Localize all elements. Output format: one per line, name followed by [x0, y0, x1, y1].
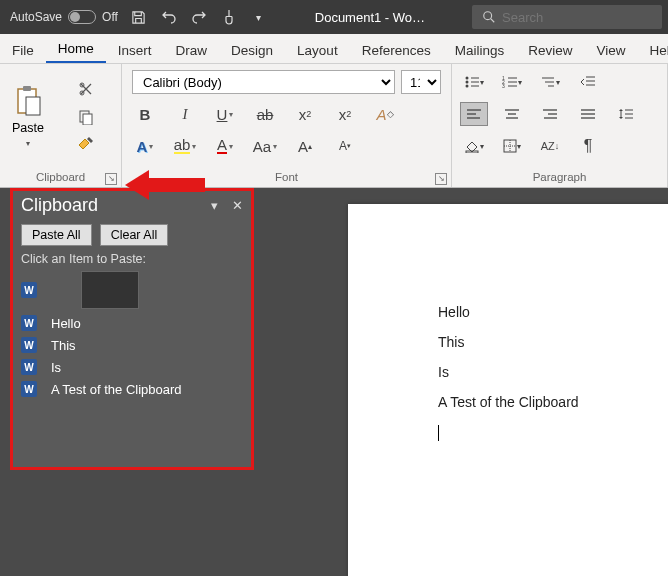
annotation-arrow: [125, 170, 205, 198]
clipboard-launcher[interactable]: ↘: [105, 173, 117, 185]
grow-font-button[interactable]: A▴: [292, 134, 318, 158]
ribbon-tabs: File Home Insert Draw Design Layout Refe…: [0, 34, 668, 64]
align-center-button[interactable]: [498, 102, 526, 126]
autosave-state: Off: [102, 10, 118, 24]
font-color-button[interactable]: A▾: [212, 134, 238, 158]
customize-qat-icon[interactable]: ▾: [250, 8, 268, 26]
document-line: Is: [438, 364, 668, 380]
svg-line-1: [491, 19, 495, 23]
group-clipboard: Paste ▾ Clipboard ↘: [0, 64, 122, 187]
autosave-label: AutoSave: [10, 10, 62, 24]
borders-button[interactable]: ▾: [498, 134, 526, 158]
subscript-button[interactable]: x2: [292, 102, 318, 126]
underline-button[interactable]: U▾: [212, 102, 238, 126]
italic-button[interactable]: I: [172, 102, 198, 126]
bullets-button[interactable]: ▾: [460, 70, 488, 94]
svg-text:3: 3: [502, 83, 505, 89]
align-right-button[interactable]: [536, 102, 564, 126]
format-painter-button[interactable]: [75, 134, 97, 156]
paintbrush-icon: [77, 137, 95, 153]
align-left-icon: [466, 108, 482, 120]
shading-button[interactable]: ▾: [460, 134, 488, 158]
clipboard-item-text: A Test of the Clipboard: [51, 382, 182, 397]
bold-button[interactable]: B: [132, 102, 158, 126]
shrink-font-button[interactable]: A▾: [332, 134, 358, 158]
strikethrough-button[interactable]: ab: [252, 102, 278, 126]
tab-references[interactable]: References: [350, 37, 443, 63]
touch-mode-icon[interactable]: [220, 8, 238, 26]
paste-label: Paste: [12, 121, 44, 135]
align-right-icon: [542, 108, 558, 120]
font-size-select[interactable]: 11: [401, 70, 441, 94]
workspace: Clipboard ▾ ✕ Paste All Clear All Click …: [0, 188, 668, 576]
numbering-icon: 123: [502, 75, 518, 89]
paste-all-button[interactable]: Paste All: [21, 224, 92, 246]
paste-button[interactable]: Paste ▾: [4, 68, 52, 165]
clipboard-item[interactable]: W: [13, 268, 251, 312]
pane-close-icon[interactable]: ✕: [232, 198, 243, 213]
clipboard-item[interactable]: W This: [13, 334, 251, 356]
clear-all-button[interactable]: Clear All: [100, 224, 169, 246]
group-paragraph: ▾ 123▾ ▾ ▾ ▾ AZ↓ ¶ Paragraph: [452, 64, 668, 187]
tab-mailings[interactable]: Mailings: [443, 37, 517, 63]
clipboard-item-text: Is: [51, 360, 61, 375]
word-doc-icon: W: [21, 359, 37, 375]
clipboard-pane: Clipboard ▾ ✕ Paste All Clear All Click …: [10, 188, 254, 470]
redo-icon[interactable]: [190, 8, 208, 26]
numbering-button[interactable]: 123▾: [498, 70, 526, 94]
copy-button[interactable]: [75, 106, 97, 128]
autosave-toggle[interactable]: AutoSave Off: [10, 10, 118, 24]
toggle-switch-icon[interactable]: [68, 10, 96, 24]
quick-access-toolbar: AutoSave Off ▾: [0, 8, 268, 26]
tab-draw[interactable]: Draw: [164, 37, 220, 63]
multilevel-icon: [540, 75, 556, 89]
cut-button[interactable]: [75, 78, 97, 100]
tab-home[interactable]: Home: [46, 35, 106, 63]
line-spacing-button[interactable]: [612, 102, 640, 126]
tab-help[interactable]: Help: [638, 37, 668, 63]
document-page[interactable]: Hello This Is A Test of the Clipboard: [348, 204, 668, 576]
search-icon: [482, 10, 496, 24]
line-spacing-icon: [618, 107, 634, 121]
tab-layout[interactable]: Layout: [285, 37, 350, 63]
tab-file[interactable]: File: [0, 37, 46, 63]
font-launcher[interactable]: ↘: [435, 173, 447, 185]
superscript-button[interactable]: x2: [332, 102, 358, 126]
clipboard-item[interactable]: W A Test of the Clipboard: [13, 378, 251, 400]
svg-point-11: [466, 81, 469, 84]
tab-view[interactable]: View: [584, 37, 637, 63]
tab-review[interactable]: Review: [516, 37, 584, 63]
tab-design[interactable]: Design: [219, 37, 285, 63]
justify-button[interactable]: [574, 102, 602, 126]
paint-bucket-icon: [464, 139, 480, 153]
show-marks-button[interactable]: ¶: [574, 134, 602, 158]
search-input[interactable]: [502, 10, 642, 25]
clear-formatting-button[interactable]: A◇: [372, 102, 398, 126]
paste-icon: [14, 85, 42, 117]
clipboard-item[interactable]: W Is: [13, 356, 251, 378]
save-icon[interactable]: [130, 8, 148, 26]
clipboard-hint: Click an Item to Paste:: [13, 250, 251, 268]
svg-point-0: [484, 12, 492, 20]
tab-insert[interactable]: Insert: [106, 37, 164, 63]
svg-rect-4: [26, 97, 40, 115]
multilevel-list-button[interactable]: ▾: [536, 70, 564, 94]
word-doc-icon: W: [21, 315, 37, 331]
word-doc-icon: W: [21, 282, 37, 298]
pane-options-icon[interactable]: ▾: [211, 198, 218, 213]
borders-icon: [503, 139, 517, 153]
bullets-icon: [464, 75, 480, 89]
change-case-button[interactable]: Aa▾: [252, 134, 278, 158]
text-effects-button[interactable]: A▾: [132, 134, 158, 158]
align-left-button[interactable]: [460, 102, 488, 126]
clipboard-item[interactable]: W Hello: [13, 312, 251, 334]
font-name-select[interactable]: Calibri (Body): [132, 70, 395, 94]
group-font: Calibri (Body) 11 B I U▾ ab x2 x2 A◇ A▾ …: [122, 64, 452, 187]
search-box[interactable]: [472, 5, 662, 29]
align-center-icon: [504, 108, 520, 120]
undo-icon[interactable]: [160, 8, 178, 26]
sort-button[interactable]: AZ↓: [536, 134, 564, 158]
decrease-indent-button[interactable]: [574, 70, 602, 94]
scissors-icon: [78, 81, 94, 97]
highlight-button[interactable]: ab▾: [172, 134, 198, 158]
